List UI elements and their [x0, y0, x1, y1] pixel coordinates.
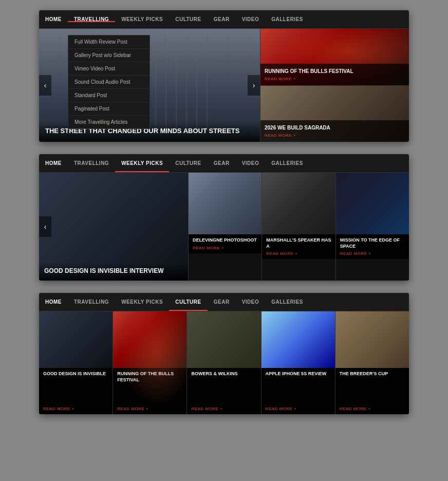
side-card-2-title: 2026 WE BUILD SAGRADA — [265, 124, 405, 131]
iphone-image — [262, 311, 335, 368]
nav-weekly-s2[interactable]: WEEKLY PICKS — [115, 154, 169, 172]
culture-card-3-caption: BOWERS & WILKINS READ MORE — [187, 368, 260, 414]
culture-card-5-caption: THE BREEDER'S CUP READ MORE — [335, 368, 409, 414]
weekly-card-1-title: DELEVINGNE PHOTOSHOOT — [193, 237, 257, 244]
nav-home-s2[interactable]: HOME — [39, 154, 68, 172]
marshall-image — [262, 173, 335, 234]
side-card-1-caption: RUNNING OF THE BULLS FESTIVAL READ MORE — [260, 64, 409, 85]
nav-travelling-s2[interactable]: TRAVELLING — [68, 154, 115, 172]
culture-card-5-read-more[interactable]: READ MORE — [340, 406, 405, 411]
culture-card-5: THE BREEDER'S CUP READ MORE — [335, 311, 409, 414]
dropdown-item-2[interactable]: Gallery Post w/o Sidebar — [68, 49, 150, 62]
nav-gear-s3[interactable]: GEAR — [208, 293, 236, 311]
weekly-card-3-caption: MISSION TO THE EDGE OF SPACE READ MORE — [336, 234, 409, 259]
side-card-1-title: RUNNING OF THE BULLS FESTIVAL — [265, 68, 405, 75]
weekly-cards: DELEVINGNE PHOTOSHOOT READ MORE MARSHALL… — [188, 173, 409, 281]
section2-card: HOME TRAVELLING WEEKLY PICKS CULTURE GEA… — [39, 154, 409, 281]
nav-culture-s3[interactable]: CULTURE — [169, 293, 208, 311]
culture-card-4-title: APPLE IPHONE 5S REVIEW — [266, 371, 331, 377]
side-card-1-read-more[interactable]: READ MORE — [265, 77, 405, 81]
weekly-prev-button[interactable]: ‹ — [39, 216, 51, 237]
weekly-main: ‹ GOOD DESIGN IS INVISIBLE INTERVIEW — [39, 173, 188, 281]
culture-card-1-read-more[interactable]: READ MORE — [43, 406, 108, 411]
culture-card-3-title: BOWERS & WILKINS — [191, 371, 256, 377]
section3-nav: HOME TRAVELLING WEEKLY PICKS CULTURE GEA… — [39, 293, 409, 311]
culture-card-3-read-more[interactable]: READ MORE — [191, 406, 256, 411]
nav-galleries-s2[interactable]: GALLERIES — [265, 154, 309, 172]
weekly-card-2: MARSHALL'S SPEAKER HAS A READ MORE — [262, 173, 335, 281]
nav-culture-s1[interactable]: CULTURE — [169, 10, 208, 28]
weekly-card-3: MISSION TO THE EDGE OF SPACE READ MORE — [335, 173, 409, 281]
weekly-card-1-read-more[interactable]: READ MORE — [193, 246, 257, 250]
photo-image — [189, 173, 262, 234]
prev-button[interactable]: ‹ — [39, 75, 51, 96]
section1-nav: HOME TRAVELLING Full Width Review Post G… — [39, 10, 409, 29]
next-button[interactable]: › — [248, 75, 260, 96]
dropdown-item-1[interactable]: Full Width Review Post — [68, 35, 150, 49]
weekly-card-2-read-more[interactable]: READ MORE — [266, 251, 331, 256]
nav-video-s2[interactable]: VIDEO — [236, 154, 266, 172]
dropdown-item-3[interactable]: Vimeo Video Post — [68, 62, 150, 76]
side-card-2-caption: 2026 WE BUILD SAGRADA READ MORE — [260, 120, 409, 142]
dropdown-item-5[interactable]: Standard Post — [68, 89, 150, 102]
space-image — [336, 173, 409, 234]
culture-card-4-caption: APPLE IPHONE 5S REVIEW READ MORE — [262, 368, 335, 414]
culture-card-2: RUNNING OF THE BULLS FESTIVAL READ MORE — [113, 311, 187, 414]
culture-card-4-read-more[interactable]: READ MORE — [266, 406, 331, 411]
dropdown-container: TRAVELLING Full Width Review Post Galler… — [68, 16, 115, 22]
culture-card-5-title: THE BREEDER'S CUP — [340, 371, 405, 377]
weekly-card-1-caption: DELEVINGNE PHOTOSHOOT READ MORE — [189, 234, 262, 253]
section3-card: HOME TRAVELLING WEEKLY PICKS CULTURE GEA… — [39, 293, 409, 414]
culture-card-1-caption: GOOD DESIGN IS INVISIBLE READ MORE — [39, 368, 113, 414]
weekly-card-3-title: MISSION TO THE EDGE OF SPACE — [340, 237, 405, 249]
bowers-image — [187, 311, 260, 368]
side-card-1: RUNNING OF THE BULLS FESTIVAL READ MORE — [260, 29, 409, 86]
nav-galleries-s3[interactable]: GALLERIES — [265, 293, 309, 311]
dropdown-menu: Full Width Review Post Gallery Post w/o … — [68, 35, 150, 129]
nav-home-s3[interactable]: HOME — [39, 293, 68, 311]
design-image — [39, 311, 113, 368]
culture-card-4: APPLE IPHONE 5S REVIEW READ MORE — [262, 311, 335, 414]
section2-content: ‹ GOOD DESIGN IS INVISIBLE INTERVIEW DEL… — [39, 173, 409, 281]
section3-content: GOOD DESIGN IS INVISIBLE READ MORE RUNNI… — [39, 311, 409, 414]
side-card-2-read-more[interactable]: READ MORE — [265, 133, 405, 138]
nav-weekly-s1[interactable]: WEEKLY PICKS — [115, 10, 169, 28]
weekly-card-3-read-more[interactable]: READ MORE — [340, 251, 405, 256]
nav-weekly-s3[interactable]: WEEKLY PICKS — [115, 293, 169, 311]
nav-video-s1[interactable]: VIDEO — [236, 10, 266, 28]
culture-card-1: GOOD DESIGN IS INVISIBLE READ MORE — [39, 311, 113, 414]
dropdown-item-4[interactable]: Sound Cloud Audio Post — [68, 76, 150, 89]
culture-card-1-title: GOOD DESIGN IS INVISIBLE — [43, 371, 108, 377]
dropdown-item-7[interactable]: More Travelling Articles — [68, 116, 150, 128]
weekly-card-1: DELEVINGNE PHOTOSHOOT READ MORE — [188, 173, 262, 281]
nav-travelling-s1[interactable]: TRAVELLING — [68, 16, 115, 22]
nav-travelling-s3[interactable]: TRAVELLING — [68, 293, 115, 311]
weekly-main-title: GOOD DESIGN IS INVISIBLE INTERVIEW — [44, 267, 183, 275]
culture-card-3: BOWERS & WILKINS READ MORE — [187, 311, 261, 414]
dropdown-item-6[interactable]: Paginated Post — [68, 102, 150, 116]
section2-nav: HOME TRAVELLING WEEKLY PICKS CULTURE GEA… — [39, 154, 409, 173]
nav-gear-s2[interactable]: GEAR — [208, 154, 236, 172]
weekly-card-2-title: MARSHALL'S SPEAKER HAS A — [266, 237, 331, 249]
nav-video-s3[interactable]: VIDEO — [236, 293, 266, 311]
nav-galleries-s1[interactable]: GALLERIES — [265, 10, 309, 28]
side-card-2: 2026 WE BUILD SAGRADA READ MORE — [260, 86, 409, 142]
weekly-caption: GOOD DESIGN IS INVISIBLE INTERVIEW — [39, 262, 188, 281]
section1-card: HOME TRAVELLING Full Width Review Post G… — [39, 10, 409, 142]
nav-gear-s1[interactable]: GEAR — [208, 10, 236, 28]
breeder-image — [335, 311, 409, 368]
weekly-card-2-caption: MARSHALL'S SPEAKER HAS A READ MORE — [262, 234, 335, 259]
nav-culture-s2[interactable]: CULTURE — [169, 154, 208, 172]
bulls2-image — [113, 311, 186, 368]
nav-home-s1[interactable]: HOME — [39, 10, 68, 28]
side-cards: RUNNING OF THE BULLS FESTIVAL READ MORE … — [260, 29, 409, 142]
